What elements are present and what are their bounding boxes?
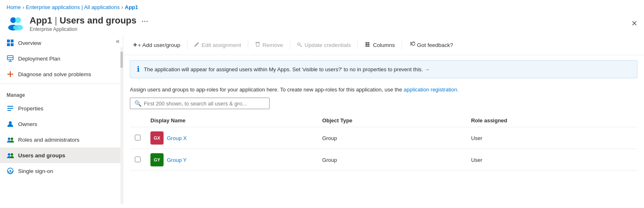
svg-point-25 bbox=[298, 43, 300, 45]
sidebar-item-deployment-label: Deployment Plan bbox=[18, 56, 60, 62]
edit-icon bbox=[194, 42, 200, 49]
sidebar: « Overview Deployment Plan Diagnose and … bbox=[0, 35, 123, 204]
row-object-type: Group bbox=[317, 127, 466, 149]
edit-label: Edit assignment bbox=[202, 42, 241, 48]
svg-rect-5 bbox=[11, 40, 14, 42]
info-icon: ℹ bbox=[137, 65, 140, 74]
separator-3 bbox=[290, 40, 290, 50]
title-block: App1 | Users and groups ··· Enterprise A… bbox=[30, 15, 150, 32]
toolbar: + + Add user/group Edit assignment Remov… bbox=[123, 35, 644, 55]
users-groups-icon bbox=[7, 152, 14, 159]
breadcrumb-sep-2: › bbox=[121, 4, 123, 10]
group-name-link[interactable]: Group X bbox=[167, 135, 187, 141]
add-user-group-button[interactable]: + + Add user/group bbox=[130, 39, 184, 51]
svg-line-26 bbox=[300, 45, 302, 47]
sidebar-item-deployment[interactable]: Deployment Plan bbox=[0, 51, 123, 66]
sidebar-item-properties[interactable]: Properties bbox=[0, 100, 123, 116]
col-checkbox bbox=[130, 114, 145, 127]
table-header-row: Display Name Object Type Role assigned bbox=[130, 114, 637, 127]
breadcrumb-enterprise-apps[interactable]: Enterprise applications | All applicatio… bbox=[26, 4, 120, 10]
sidebar-item-users-label: Users and groups bbox=[18, 152, 65, 159]
separator-1 bbox=[187, 40, 187, 50]
credentials-icon bbox=[297, 42, 302, 49]
sidebar-item-roles-admins[interactable]: Roles and administrators bbox=[0, 132, 123, 147]
add-label: + Add user/group bbox=[138, 42, 180, 48]
properties-icon bbox=[7, 105, 14, 112]
svg-point-1 bbox=[15, 17, 21, 23]
feedback-button[interactable]: Got feedback? bbox=[405, 40, 457, 51]
search-input[interactable] bbox=[144, 100, 265, 107]
sidebar-item-users-groups[interactable]: Users and groups bbox=[0, 147, 123, 163]
svg-rect-24 bbox=[256, 42, 260, 43]
sidebar-item-diagnose-label: Diagnose and solve problems bbox=[18, 71, 91, 77]
table-container: Display Name Object Type Role assigned G… bbox=[123, 114, 644, 171]
diagnose-icon bbox=[7, 70, 14, 78]
breadcrumb: Home › Enterprise applications | All app… bbox=[0, 0, 644, 12]
svg-rect-16 bbox=[7, 110, 11, 111]
description: Assign users and groups to app-roles for… bbox=[123, 83, 644, 98]
deployment-icon bbox=[7, 55, 14, 62]
update-label: Update credentials bbox=[305, 42, 351, 48]
close-button[interactable]: ✕ bbox=[631, 19, 637, 28]
col-display-name: Display Name bbox=[145, 114, 317, 127]
update-credentials-button[interactable]: Update credentials bbox=[293, 40, 354, 51]
svg-point-21 bbox=[11, 153, 13, 156]
main-content: + + Add user/group Edit assignment Remov… bbox=[123, 35, 644, 204]
sidebar-item-owners[interactable]: Owners bbox=[0, 116, 123, 132]
sidebar-item-sso[interactable]: Single sign-on bbox=[0, 163, 123, 179]
columns-button[interactable]: Columns bbox=[361, 40, 398, 51]
manage-divider bbox=[0, 84, 123, 84]
overview-icon bbox=[7, 39, 14, 47]
sidebar-item-overview-label: Overview bbox=[18, 40, 41, 46]
edit-assignment-button[interactable]: Edit assignment bbox=[191, 40, 245, 51]
remove-button[interactable]: Remove bbox=[252, 40, 286, 51]
row-display-name: GX Group X bbox=[145, 127, 317, 149]
sidebar-collapse-button[interactable]: « bbox=[116, 37, 120, 45]
row-checkbox[interactable] bbox=[135, 135, 141, 140]
breadcrumb-home[interactable]: Home bbox=[7, 4, 21, 10]
sidebar-item-properties-label: Properties bbox=[18, 105, 44, 112]
row-role: User bbox=[466, 127, 637, 149]
manage-label: Manage bbox=[0, 86, 123, 100]
breadcrumb-app[interactable]: App1 bbox=[125, 4, 138, 10]
sidebar-scrollbar[interactable] bbox=[120, 47, 123, 204]
col-role-assigned: Role assigned bbox=[466, 114, 637, 127]
info-banner: ℹ The application will appear for assign… bbox=[130, 60, 637, 78]
sidebar-item-roles-label: Roles and administrators bbox=[18, 137, 79, 143]
separator-4 bbox=[357, 40, 358, 50]
ellipsis-button[interactable]: ··· bbox=[140, 16, 150, 25]
svg-rect-14 bbox=[7, 106, 13, 107]
row-object-type: Group bbox=[317, 149, 466, 171]
svg-point-3 bbox=[13, 25, 23, 30]
app-icon bbox=[7, 14, 25, 33]
remove-icon bbox=[255, 42, 261, 49]
sso-icon bbox=[7, 167, 14, 175]
group-name-link[interactable]: Group Y bbox=[167, 157, 187, 163]
svg-rect-7 bbox=[11, 43, 14, 46]
svg-point-23 bbox=[9, 170, 11, 172]
columns-icon bbox=[364, 42, 371, 49]
owners-icon bbox=[7, 120, 14, 128]
app-registration-link[interactable]: application registration. bbox=[404, 86, 459, 93]
info-text: The application will appear for assigned… bbox=[144, 66, 430, 72]
sidebar-item-diagnose[interactable]: Diagnose and solve problems bbox=[0, 66, 123, 82]
scrollbar-thumb bbox=[120, 51, 123, 68]
svg-point-0 bbox=[10, 17, 16, 23]
svg-rect-6 bbox=[7, 43, 10, 46]
search-icon: 🔍 bbox=[134, 100, 141, 107]
col-object-type: Object Type bbox=[317, 114, 466, 127]
sidebar-item-owners-label: Owners bbox=[18, 121, 37, 127]
info-link[interactable]: → bbox=[425, 66, 430, 72]
svg-point-20 bbox=[8, 153, 10, 156]
breadcrumb-sep-1: › bbox=[23, 4, 24, 10]
svg-point-19 bbox=[11, 138, 13, 140]
row-checkbox-cell[interactable] bbox=[130, 127, 145, 149]
sidebar-item-overview[interactable]: Overview bbox=[0, 35, 123, 51]
row-checkbox-cell[interactable] bbox=[130, 149, 145, 171]
row-role: User bbox=[466, 149, 637, 171]
app-subtitle: Enterprise Application bbox=[30, 26, 150, 32]
page-header: App1 | Users and groups ··· Enterprise A… bbox=[0, 12, 644, 35]
row-display-name: GY Group Y bbox=[145, 149, 317, 171]
search-bar[interactable]: 🔍 bbox=[130, 98, 270, 109]
row-checkbox[interactable] bbox=[135, 157, 141, 162]
